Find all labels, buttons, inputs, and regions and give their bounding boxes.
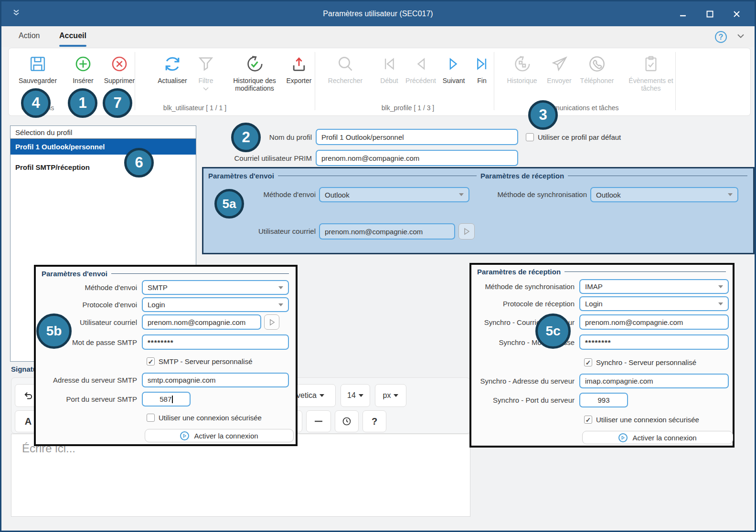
sync-server-address-input[interactable]: imap.compagnie.com: [579, 374, 729, 388]
events-tasks-label: Évènements et tâches: [624, 77, 678, 92]
secure-connection-checkbox-row: ✓ Utiliser une connexion sécurisée: [584, 416, 699, 424]
send-protocol-dropdown[interactable]: Login: [142, 297, 289, 312]
question-mark-icon: ?: [372, 416, 377, 427]
smtp-server-address-input[interactable]: smtp.compagnie.com: [142, 373, 289, 387]
default-profile-checkbox-label: Utiliser ce profil par défaut: [538, 133, 621, 141]
tab-action[interactable]: Action: [19, 26, 40, 45]
chevron-down-icon: [278, 303, 283, 306]
receive-protocol-row: Protocole de réception Login: [471, 296, 733, 311]
test-connection-play-button[interactable]: [264, 314, 279, 330]
first-record-label: Début: [380, 77, 398, 84]
floppy-disk-icon: [28, 53, 47, 74]
prim-email-input[interactable]: prenom.nom@compagnie.com: [316, 150, 518, 166]
skip-start-icon: [380, 53, 398, 74]
email-user-input[interactable]: prenom.nom@compagnie.com: [142, 314, 261, 330]
tab-accueil[interactable]: Accueil: [59, 26, 86, 45]
filter-button: Filtre: [187, 53, 224, 91]
horizontal-rule-button[interactable]: [306, 410, 331, 432]
signature-editor[interactable]: Écrire ici...: [11, 434, 470, 517]
email-user-row: Utilisateur courriel prenom.nom@compagni…: [36, 314, 296, 330]
smtp-password-input[interactable]: ********: [142, 334, 289, 350]
close-button[interactable]: [723, 1, 750, 26]
sync-method-label: Méthode de synchronisation: [483, 190, 587, 198]
next-record-label: Suivant: [443, 77, 465, 84]
receive-settings-legend: Paramètres de réception: [480, 172, 747, 180]
export-arrow-icon: [289, 53, 309, 74]
titlebar: Paramètres utilisateur (SEC017): [1, 1, 755, 26]
smtp-server-port-input[interactable]: 587: [142, 392, 191, 407]
secure-connection-label: Utiliser une connexion sécurisée: [596, 416, 699, 424]
save-button[interactable]: Sauvegarder: [11, 53, 64, 84]
send-settings-popup-legend: Paramètres d'envoi: [42, 270, 289, 278]
sync-method-label: Méthode de synchronisation: [471, 282, 579, 291]
callout-badge-5a: 5a: [214, 189, 244, 219]
arrow-left-icon: [412, 53, 430, 74]
font-size-dropdown[interactable]: 14: [341, 384, 370, 407]
sync-email-input[interactable]: prenom.nom@compagnie.com: [579, 314, 729, 330]
activate-connection-button[interactable]: Activer la connexion: [145, 429, 294, 442]
send-method-dropdown[interactable]: SMTP: [142, 280, 289, 295]
next-record-button[interactable]: Suivant: [438, 53, 469, 84]
sync-server-address-label: Synchro - Adresse du serveur: [471, 377, 579, 385]
save-label: Sauvegarder: [19, 77, 57, 84]
send-protocol-row: Protocole d'envoi Login: [36, 297, 296, 312]
profile-list-header: Sélection du profil: [11, 126, 196, 139]
help-icon[interactable]: ?: [715, 31, 727, 43]
send-method-dropdown[interactable]: Outlook: [319, 187, 469, 202]
checkbox-checked-icon[interactable]: ✓: [584, 416, 592, 424]
send-method-label: Méthode d'envoi: [36, 283, 142, 292]
chevron-down-icon: [459, 193, 464, 196]
sync-method-dropdown[interactable]: IMAP: [579, 279, 729, 294]
chevron-down-icon: [203, 87, 209, 91]
text-cursor: [172, 396, 173, 403]
sync-method-row: Méthode de synchronisation IMAP: [471, 279, 733, 294]
last-record-button[interactable]: Fin: [469, 53, 495, 84]
sync-method-dropdown[interactable]: Outlook: [590, 187, 738, 202]
chevron-down-icon[interactable]: [737, 34, 744, 38]
send-label: Envoyer: [547, 77, 571, 84]
arrow-right-icon: [445, 53, 463, 74]
list-item-profile-1[interactable]: Profil 1 Outlook/personnel: [11, 139, 196, 155]
export-label: Exporter: [287, 77, 312, 84]
secure-connection-checkbox-row: Utiliser une connexion sécurisée: [147, 414, 262, 422]
sync-server-port-input[interactable]: 993: [579, 393, 628, 407]
sync-password-input[interactable]: ********: [579, 334, 729, 350]
insert-time-button[interactable]: [335, 410, 359, 432]
profile-name-input[interactable]: Profil 1 Outlook/personnel: [316, 129, 518, 145]
group-caption-blk-utilisateur: blk_utilisateur [ 1 / 1 ]: [142, 104, 247, 112]
help-format-button[interactable]: ?: [362, 410, 386, 432]
activate-connection-button[interactable]: Activer la connexion: [582, 431, 733, 444]
ribbon-tab-row: Action Accueil ?: [1, 26, 755, 47]
chevron-down-icon: [359, 394, 363, 397]
history-button: Historique: [500, 53, 544, 84]
send-button: Envoyer: [542, 53, 577, 84]
delete-button[interactable]: Supprimer: [97, 53, 142, 84]
plus-circle-icon: [74, 53, 93, 74]
export-button[interactable]: Exporter: [279, 53, 319, 84]
sync-custom-server-checkbox-row: ✓ Synchro - Serveur personnalisé: [584, 358, 696, 366]
font-unit-dropdown[interactable]: px: [375, 384, 406, 407]
email-user-input[interactable]: prenom.nom@compagnie.com: [319, 223, 455, 240]
test-connection-play-button[interactable]: [458, 223, 475, 240]
maximize-button[interactable]: [696, 1, 723, 26]
checkbox-unchecked-icon[interactable]: [526, 133, 534, 141]
dash-icon: [314, 420, 323, 423]
undo-icon: [22, 390, 34, 401]
smtp-server-port-row: Port du serveur SMTP 587: [36, 392, 296, 407]
history-check-icon: [245, 53, 265, 74]
list-item-profile-2[interactable]: Profil SMTP/réception: [11, 159, 196, 175]
minimize-button[interactable]: [670, 1, 696, 26]
sync-server-port-row: Synchro - Port du serveur 993: [471, 393, 733, 407]
insert-label: Insérer: [73, 77, 94, 84]
history-changes-button[interactable]: Historique des modifications: [224, 53, 285, 92]
smtp-server-address-label: Adresse du serveur SMTP: [36, 376, 142, 384]
receive-protocol-dropdown[interactable]: Login: [579, 296, 729, 311]
checkbox-checked-icon[interactable]: ✓: [584, 358, 592, 366]
chevron-down-icon: [718, 285, 723, 288]
checkbox-checked-icon[interactable]: ✓: [147, 357, 155, 365]
funnel-icon: [196, 53, 215, 74]
chevron-down-icon: [319, 394, 324, 397]
phone-label: Téléphoner: [580, 77, 614, 84]
checkbox-unchecked-icon[interactable]: [147, 414, 155, 422]
sync-server-address-row: Synchro - Adresse du serveur imap.compag…: [471, 374, 733, 388]
